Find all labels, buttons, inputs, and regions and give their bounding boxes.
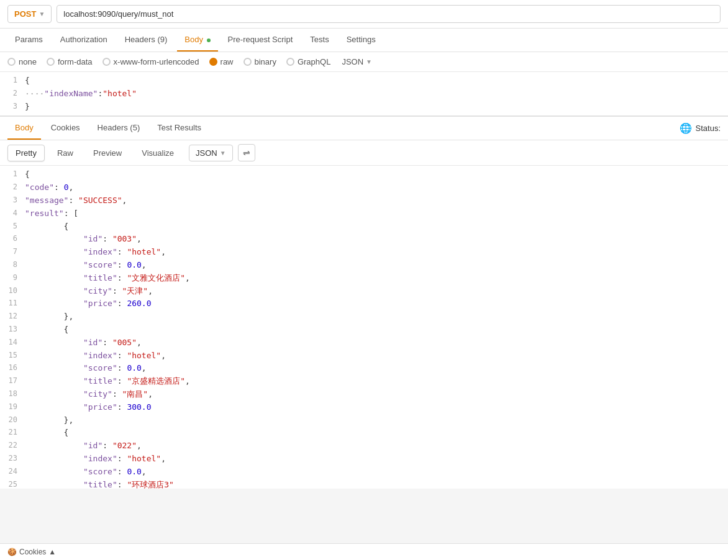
tab-prerequest[interactable]: Pre-request Script bbox=[221, 29, 301, 52]
request-code-editor[interactable]: 1 { 2 ····"indexName":"hotel" 3 } bbox=[0, 72, 728, 115]
view-pretty-button[interactable]: Pretty bbox=[7, 145, 45, 161]
url-bar: POST ▼ bbox=[0, 0, 728, 29]
response-line: 17 "title": "京盛精选酒店", bbox=[0, 375, 728, 388]
req-line-3: 3 } bbox=[0, 101, 728, 114]
radio-none[interactable]: none bbox=[7, 57, 37, 66]
radio-raw-label: raw bbox=[221, 57, 234, 66]
radio-none-dot bbox=[7, 58, 16, 66]
response-line: 8 "score": 0.0, bbox=[0, 259, 728, 272]
radio-urlencoded[interactable]: x-www-form-urlencoded bbox=[102, 57, 199, 66]
response-line: 11 "price": 260.0 bbox=[0, 297, 728, 310]
view-preview-button[interactable]: Preview bbox=[86, 145, 129, 161]
response-body: 1{2"code": 0,3"message": "SUCCESS",4"res… bbox=[0, 166, 728, 489]
response-format-chevron-icon: ▼ bbox=[220, 150, 226, 156]
response-format-label: JSON bbox=[196, 148, 217, 158]
method-label: POST bbox=[14, 9, 36, 19]
radio-graphql-label: GraphQL bbox=[298, 57, 330, 66]
response-tab-body[interactable]: Body bbox=[7, 117, 41, 140]
radio-graphql-dot bbox=[286, 58, 294, 66]
response-line: 25 "title": "环球酒店3" bbox=[0, 479, 728, 489]
response-tab-headers[interactable]: Headers (5) bbox=[90, 117, 148, 140]
response-line: 23 "index": "hotel", bbox=[0, 453, 728, 466]
response-tab-cookies[interactable]: Cookies bbox=[43, 117, 88, 140]
response-line: 20 }, bbox=[0, 414, 728, 427]
url-input[interactable] bbox=[57, 5, 721, 23]
radio-form-data[interactable]: form-data bbox=[47, 57, 93, 66]
response-line: 4"result": [ bbox=[0, 207, 728, 220]
status-area: 🌐 Status: bbox=[680, 122, 721, 134]
response-line: 2"code": 0, bbox=[0, 181, 728, 194]
response-line: 5 { bbox=[0, 220, 728, 233]
response-line: 10 "city": "天津", bbox=[0, 285, 728, 298]
radio-urlencoded-dot bbox=[102, 58, 111, 66]
radio-none-label: none bbox=[19, 57, 37, 66]
radio-graphql[interactable]: GraphQL bbox=[286, 57, 330, 66]
radio-binary-dot bbox=[243, 58, 252, 66]
view-visualize-button[interactable]: Visualize bbox=[134, 145, 181, 161]
response-line: 16 "score": 0.0, bbox=[0, 362, 728, 375]
response-line: 1{ bbox=[0, 168, 728, 181]
json-format-label: JSON bbox=[342, 57, 363, 66]
globe-icon: 🌐 bbox=[680, 122, 692, 134]
response-code-editor: 1{2"code": 0,3"message": "SUCCESS",4"res… bbox=[0, 166, 728, 489]
response-line: 24 "score": 0.0, bbox=[0, 466, 728, 479]
radio-binary-label: binary bbox=[255, 57, 276, 66]
response-line: 7 "index": "hotel", bbox=[0, 246, 728, 259]
tab-authorization[interactable]: Authorization bbox=[53, 29, 115, 52]
response-line: 18 "city": "南昌", bbox=[0, 388, 728, 401]
radio-binary[interactable]: binary bbox=[243, 57, 276, 66]
response-tabs: Body Cookies Headers (5) Test Results 🌐 … bbox=[0, 117, 728, 140]
status-text: Status: bbox=[696, 124, 721, 133]
tab-settings[interactable]: Settings bbox=[339, 29, 383, 52]
req-line-1: 1 { bbox=[0, 75, 728, 88]
radio-raw[interactable]: raw bbox=[209, 57, 234, 66]
response-line: 19 "price": 300.0 bbox=[0, 401, 728, 414]
radio-urlencoded-label: x-www-form-urlencoded bbox=[114, 57, 199, 66]
json-dropdown-chevron-icon: ▼ bbox=[366, 58, 372, 65]
method-select[interactable]: POST ▼ bbox=[7, 5, 52, 23]
json-format-dropdown[interactable]: JSON ▼ bbox=[342, 57, 372, 66]
radio-form-data-label: form-data bbox=[58, 57, 93, 66]
radio-form-data-dot bbox=[47, 58, 55, 66]
response-line: 9 "title": "文雅文化酒店", bbox=[0, 272, 728, 285]
response-line: 14 "id": "005", bbox=[0, 336, 728, 350]
response-line: 3"message": "SUCCESS", bbox=[0, 194, 728, 207]
radio-raw-dot bbox=[209, 58, 217, 66]
response-line: 15 "index": "hotel", bbox=[0, 350, 728, 363]
body-type-bar: none form-data x-www-form-urlencoded raw… bbox=[0, 52, 728, 72]
wrap-button[interactable]: ⇌ bbox=[238, 144, 255, 161]
view-raw-button[interactable]: Raw bbox=[50, 145, 81, 161]
request-body-editor: 1 { 2 ····"indexName":"hotel" 3 } bbox=[0, 72, 728, 116]
method-chevron-icon: ▼ bbox=[39, 11, 45, 17]
response-format-dropdown[interactable]: JSON ▼ bbox=[189, 145, 233, 161]
response-line: 12 }, bbox=[0, 310, 728, 323]
response-line: 22 "id": "022", bbox=[0, 440, 728, 453]
response-line: 21 { bbox=[0, 427, 728, 440]
response-toolbar: Pretty Raw Preview Visualize JSON ▼ ⇌ bbox=[0, 140, 728, 166]
request-tabs: Params Authorization Headers (9) Body Pr… bbox=[0, 29, 728, 52]
req-line-2: 2 ····"indexName":"hotel" bbox=[0, 88, 728, 101]
tab-params[interactable]: Params bbox=[7, 29, 50, 52]
response-line: 6 "id": "003", bbox=[0, 233, 728, 246]
response-line: 13 { bbox=[0, 323, 728, 336]
tab-tests[interactable]: Tests bbox=[303, 29, 336, 52]
tab-body[interactable]: Body bbox=[177, 29, 217, 52]
response-tab-test-results[interactable]: Test Results bbox=[150, 117, 209, 140]
tab-headers[interactable]: Headers (9) bbox=[117, 29, 175, 52]
